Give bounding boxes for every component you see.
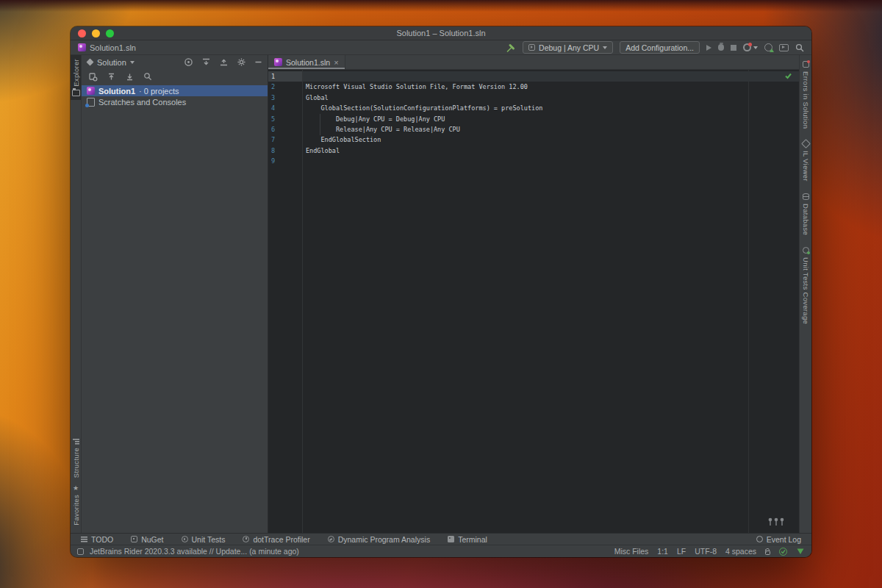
expand-all-icon[interactable]	[219, 57, 229, 67]
tree-row[interactable]: Scratches and Consoles	[82, 96, 268, 107]
inspections-ok-icon[interactable]	[784, 72, 792, 80]
add-configuration-button[interactable]: Add Configuration...	[620, 41, 700, 54]
status-widget[interactable]: 1:1	[657, 547, 668, 556]
chevron-down-icon[interactable]	[130, 61, 135, 64]
scroll-to-top-button[interactable]	[107, 72, 116, 82]
tool-window-tab[interactable]: Unit Tests Coverage	[800, 247, 811, 324]
tree-item-icon	[87, 98, 95, 107]
tool-window-button[interactable]: NuGet	[131, 535, 163, 544]
tool-window-tab-icon	[803, 247, 809, 254]
tool-window-tab[interactable]: Errors in Solution	[800, 61, 811, 129]
line-text: Global	[302, 93, 799, 103]
solution-view-icon	[86, 58, 93, 65]
tool-window-button[interactable]: dotTrace Profiler	[243, 535, 309, 544]
settings-gear-icon[interactable]	[237, 57, 246, 67]
code-line[interactable]: 4 GlobalSection(SolutionConfigurationPla…	[268, 103, 799, 113]
debug-button[interactable]	[718, 44, 724, 51]
tree-row[interactable]: Solution1 · 0 projects	[82, 85, 268, 96]
run-anything-button[interactable]	[779, 44, 789, 51]
tool-window-button[interactable]: Terminal	[448, 535, 487, 544]
line-number: 7	[268, 135, 302, 145]
code-line[interactable]: 9	[268, 156, 799, 166]
line-number: 5	[268, 114, 302, 124]
tool-window-tab[interactable]: Database	[800, 193, 811, 235]
solution-view-selector[interactable]: Solution	[97, 58, 126, 67]
locate-button[interactable]	[184, 57, 193, 67]
line-number: 6	[268, 124, 302, 135]
solution-tool-window: Solution	[82, 55, 268, 533]
collapse-all-icon[interactable]	[201, 57, 211, 67]
line-text: GlobalSection(SolutionConfigurationPlatf…	[302, 103, 799, 113]
tool-window-button[interactable]: TODO	[81, 535, 113, 544]
tool-window-tab-icon	[803, 61, 809, 68]
structure-tab-label: Structure	[72, 448, 80, 478]
close-window-button[interactable]	[78, 29, 86, 37]
tool-window-button-label: TODO	[91, 535, 113, 544]
run-configuration-selector[interactable]: Debug | Any CPU	[523, 41, 613, 54]
code-line[interactable]: 3 Global	[268, 93, 799, 103]
tool-window-switcher-icon[interactable]	[77, 548, 84, 555]
status-widget[interactable]: UTF-8	[695, 547, 717, 556]
zoom-window-button[interactable]	[106, 29, 114, 37]
line-text: Microsoft Visual Studio Solution File, F…	[302, 82, 799, 92]
tool-window-button-icon	[328, 536, 334, 542]
code-line[interactable]: 6 Release|Any CPU = Release|Any CPU	[268, 124, 799, 135]
select-opened-file-button[interactable]	[88, 72, 98, 82]
status-widget[interactable]: LF	[677, 547, 686, 556]
editor-area: Solution1.sln 1 2	[268, 55, 799, 533]
sln-file-icon	[78, 43, 86, 51]
status-widget[interactable]: Misc Files	[614, 547, 649, 556]
code-editor[interactable]: 1 2 Microsoft Visual Studio Solution Fil…	[268, 70, 799, 533]
code-line[interactable]: 5 Debug|Any CPU = Debug|Any CPU	[268, 114, 799, 124]
minimize-window-button[interactable]	[92, 29, 100, 37]
unlock-icon[interactable]	[765, 551, 770, 555]
inspections-widget-icon[interactable]	[779, 548, 787, 556]
coverage-icon	[743, 43, 751, 51]
line-text: Release|Any CPU = Release|Any CPU	[302, 124, 799, 135]
tool-window-tab-label: IL Viewer	[802, 151, 810, 182]
analysis-widget-icon[interactable]	[796, 548, 805, 556]
tool-window-tab-icon	[801, 139, 811, 148]
hide-panel-icon[interactable]	[254, 58, 262, 66]
solution-panel-header: Solution	[82, 55, 268, 69]
stop-button[interactable]	[731, 45, 736, 51]
tool-window-tab-favorites[interactable]: Favorites	[71, 481, 81, 533]
tool-window-button-label: NuGet	[141, 535, 163, 544]
tool-window-button[interactable]: Dynamic Program Analysis	[328, 535, 430, 544]
close-tab-icon[interactable]	[334, 58, 338, 67]
tool-window-button-icon	[131, 536, 137, 542]
pins-icon	[768, 517, 784, 526]
tool-window-tab-label: Errors in Solution	[802, 71, 810, 129]
tool-window-tab-structure[interactable]: Structure	[71, 435, 81, 481]
coverage-menu-button[interactable]	[743, 43, 758, 51]
status-message[interactable]: JetBrains Rider 2020.3.3 available // Up…	[90, 547, 299, 556]
window-title: Solution1 – Solution1.sln	[71, 29, 811, 37]
left-tool-stripe: Explorer Structure Favorites	[71, 55, 82, 533]
status-widget[interactable]: 4 spaces	[725, 547, 756, 556]
tool-window-button-icon	[182, 536, 188, 542]
breadcrumb-file: Solution1.sln	[90, 43, 136, 52]
code-line[interactable]: 8 EndGlobal	[268, 146, 799, 156]
tool-window-button-icon	[448, 536, 454, 542]
code-line[interactable]: 1	[268, 71, 799, 82]
breadcrumb[interactable]: Solution1.sln	[78, 43, 136, 52]
editor-tab[interactable]: Solution1.sln	[268, 55, 345, 69]
search-tree-button[interactable]	[143, 72, 152, 81]
code-line[interactable]: 7 EndGlobalSection	[268, 135, 799, 145]
build-hammer-icon[interactable]	[506, 43, 516, 53]
line-text: EndGlobalSection	[302, 135, 799, 145]
tool-window-tab-label: Database	[802, 204, 810, 235]
tool-window-tab-label: Unit Tests Coverage	[802, 257, 810, 324]
profiler-button[interactable]	[764, 43, 772, 51]
line-text: EndGlobal	[302, 146, 799, 156]
code-line[interactable]: 2 Microsoft Visual Studio Solution File,…	[268, 82, 799, 92]
tool-window-tab-explorer[interactable]: Explorer	[71, 55, 81, 100]
line-text	[302, 71, 799, 82]
scroll-to-bottom-button[interactable]	[125, 72, 135, 82]
event-log-button[interactable]: Event Log	[756, 535, 801, 544]
tool-window-tab[interactable]: IL Viewer	[800, 140, 811, 182]
tool-window-button[interactable]: Unit Tests	[182, 535, 226, 544]
search-everywhere-button[interactable]	[795, 43, 804, 52]
tool-window-button-icon	[81, 536, 87, 542]
run-button[interactable]	[706, 45, 711, 51]
